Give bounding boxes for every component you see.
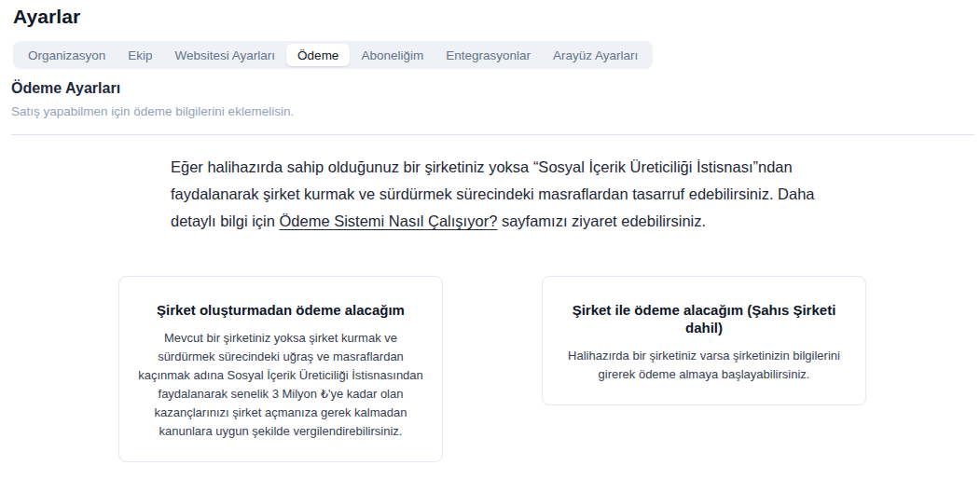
option-card-with-company[interactable]: Şirket ile ödeme alacağım (Şahıs Şirketi… xyxy=(542,276,866,405)
tab-websitesi-ayarlari[interactable]: Websitesi Ayarları xyxy=(164,44,287,66)
intro-paragraph: Eğer halihazırda sahip olduğunuz bir şir… xyxy=(171,154,823,235)
tab-odeme[interactable]: Ödeme xyxy=(286,44,350,66)
tab-entegrasyonlar[interactable]: Entegrasyonlar xyxy=(435,44,542,66)
settings-tabbar: Organizasyon Ekip Websitesi Ayarları Öde… xyxy=(13,41,653,69)
tab-abonelgim[interactable]: Aboneliğim xyxy=(350,44,435,66)
option-card-description: Mevcut bir şirketiniz yoksa şirket kurma… xyxy=(136,329,425,441)
tab-arayuz-ayarlari[interactable]: Arayüz Ayarları xyxy=(542,44,649,66)
option-card-title: Şirket oluşturmadan ödeme alacağım xyxy=(136,301,425,319)
option-card-title: Şirket ile ödeme alacağım (Şahıs Şirketi… xyxy=(559,301,849,336)
section-divider xyxy=(11,134,974,135)
section-subheading: Satış yapabilmen için ödeme bilgilerini … xyxy=(11,104,294,118)
tab-ekip[interactable]: Ekip xyxy=(117,44,163,66)
section-heading: Ödeme Ayarları xyxy=(11,80,120,97)
tab-organizasyon[interactable]: Organizasyon xyxy=(17,44,117,66)
payment-system-help-link[interactable]: Ödeme Sistemi Nasıl Çalışıyor? xyxy=(279,212,497,229)
page-title: Ayarlar xyxy=(13,6,80,28)
payment-option-cards: Şirket oluşturmadan ödeme alacağım Mevcu… xyxy=(118,276,866,462)
settings-page: Ayarlar Organizasyon Ekip Websitesi Ayar… xyxy=(0,0,980,493)
intro-text-after-link: sayfamızı ziyaret edebilirsiniz. xyxy=(497,212,706,229)
option-card-without-company[interactable]: Şirket oluşturmadan ödeme alacağım Mevcu… xyxy=(118,276,443,462)
option-card-description: Halihazırda bir şirketiniz varsa şirketi… xyxy=(559,347,849,384)
